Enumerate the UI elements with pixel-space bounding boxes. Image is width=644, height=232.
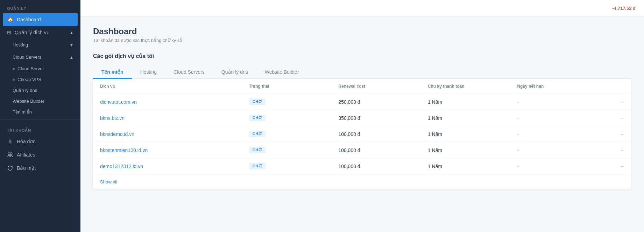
divider-1 — [0, 119, 80, 120]
cycle-1: 1 Năm — [428, 115, 517, 121]
status-badge-1: CHỜ — [249, 115, 339, 121]
sidebar-item-cheap-vps[interactable]: Cheap VPS — [0, 74, 80, 85]
home-icon: 🏠 — [7, 16, 13, 23]
svg-point-1 — [10, 153, 12, 155]
sidebar-item-affiliates[interactable]: Affiliates — [0, 148, 80, 161]
grid-icon: ⊞ — [7, 30, 11, 35]
sidebar-item-bao-mat[interactable]: Bảo mật — [0, 161, 80, 175]
service-table: Dịch vụ Trạng thái Renewal cost Chu kỳ t… — [93, 79, 631, 189]
cycle-4: 1 Năm — [428, 164, 517, 169]
table-header: Dịch vụ Trạng thái Renewal cost Chu kỳ t… — [93, 79, 631, 94]
service-name-1[interactable]: bkns.biz.vn — [100, 115, 249, 121]
expire-2: - — [517, 131, 607, 137]
sidebar-sub-label-cheap-vps: Cheap VPS — [17, 77, 41, 82]
sidebar-sub-cloud-servers: Cloud Server Cheap VPS — [0, 63, 80, 85]
sidebar-item-label: Dashboard — [17, 17, 41, 22]
tab-cloud-servers[interactable]: Cloud Servers — [165, 66, 213, 79]
sidebar-section-quan-ly: QUẢN LÝ — [0, 0, 80, 13]
sidebar: QUẢN LÝ 🏠 Dashboard ⊞ Quản lý dịch vụ ▲ … — [0, 0, 80, 232]
service-name-3[interactable]: bknstenmien100.id.vn — [100, 147, 249, 153]
expire-4: - — [517, 164, 607, 169]
show-all-link[interactable]: Show all — [93, 174, 631, 189]
svg-point-0 — [8, 153, 10, 155]
sidebar-subgroup-cloud-servers-label: Cloud Servers — [13, 55, 41, 60]
sidebar-section-tai-khoan: TÀI KHOẢN — [0, 122, 80, 135]
status-badge-2: CHỜ — [249, 131, 339, 137]
cycle-2: 1 Năm — [428, 131, 517, 137]
col-expire: Ngày hết hạn — [517, 84, 607, 89]
row-arrow-3[interactable]: → — [607, 147, 624, 153]
sidebar-item-dashboard[interactable]: 🏠 Dashboard — [3, 13, 78, 26]
col-renewal: Renewal cost — [338, 84, 428, 89]
table-row: dichvutot.com.vn CHỜ 250,000 đ 1 Năm - → — [93, 94, 631, 110]
affiliates-icon — [7, 152, 13, 158]
sidebar-item-hoa-don[interactable]: $ Hóa đơn — [0, 135, 80, 148]
table-row: bknsdemo.id.vn CHỜ 100,000 đ 1 Năm - → — [93, 126, 631, 142]
sidebar-item-website-builder[interactable]: Website Builder — [0, 96, 80, 107]
sidebar-group-quan-ly-dich-vu[interactable]: ⊞ Quản lý dịch vụ ▲ — [0, 26, 80, 39]
chevron-up-icon: ▲ — [70, 30, 73, 35]
row-arrow-4[interactable]: → — [607, 164, 624, 169]
shield-icon — [7, 165, 13, 171]
table-row: bkns.biz.vn CHỜ 350,000 đ 1 Năm - → — [93, 110, 631, 126]
sidebar-subgroup-hosting[interactable]: Hosting ▼ — [0, 39, 80, 51]
sidebar-subgroup-hosting-label: Hosting — [13, 42, 28, 48]
renewal-2: 100,000 đ — [338, 131, 428, 137]
chevron-down-icon: ▼ — [70, 43, 73, 47]
account-balance: -4,717,52 đ — [613, 6, 636, 11]
services-section-title: Các gói dịch vụ của tôi — [93, 53, 631, 59]
status-badge-3: CHỜ — [249, 147, 339, 153]
sidebar-label-bao-mat: Bảo mật — [17, 165, 36, 171]
service-name-2[interactable]: bknsdemo.id.vn — [100, 131, 249, 137]
row-arrow-0[interactable]: → — [607, 99, 624, 105]
chevron-up-icon-cloud: ▲ — [70, 55, 73, 59]
tab-quan-ly-dns[interactable]: Quản lý dns — [213, 66, 256, 79]
row-arrow-1[interactable]: → — [607, 115, 624, 121]
sidebar-item-quan-ly-dns[interactable]: Quản lý dns — [0, 85, 80, 96]
col-service: Dịch vụ — [100, 84, 249, 89]
page-subtitle: Tài khoản đã được xác thực bằng chữ ký s… — [93, 38, 631, 43]
cycle-0: 1 Năm — [428, 99, 517, 105]
status-badge-4: CHỜ — [249, 163, 339, 169]
sidebar-group-label: Quản lý dịch vụ — [15, 30, 50, 35]
table-row: bknstenmien100.id.vn CHỜ 100,000 đ 1 Năm… — [93, 142, 631, 158]
topbar: -4,717,52 đ — [80, 0, 644, 17]
dot-icon — [13, 68, 15, 70]
content-area: Dashboard Tài khoản đã được xác thực bằn… — [80, 17, 644, 232]
service-name-0[interactable]: dichvutot.com.vn — [100, 99, 249, 105]
sidebar-label-ten-mien: Tên miền — [13, 109, 32, 115]
renewal-3: 100,000 đ — [338, 147, 428, 153]
main-content: -4,717,52 đ Dashboard Tài khoản đã được … — [80, 0, 644, 232]
tab-website-builder[interactable]: Website Builder — [256, 66, 307, 79]
expire-1: - — [517, 115, 607, 121]
col-cycle: Chu kỳ thanh toán — [428, 84, 517, 89]
expire-0: - — [517, 99, 607, 105]
sidebar-label-website-builder: Website Builder — [13, 99, 44, 104]
col-status: Trạng thái — [249, 84, 339, 89]
renewal-4: 100,000 đ — [338, 164, 428, 169]
dollar-icon: $ — [7, 138, 13, 145]
service-name-4[interactable]: demo1312312.id.vn — [100, 164, 249, 169]
service-tabs: Tên miền Hosting Cloud Servers Quản lý d… — [93, 66, 631, 79]
expire-3: - — [517, 147, 607, 153]
dot-icon-2 — [13, 79, 15, 81]
sidebar-item-ten-mien[interactable]: Tên miền — [0, 107, 80, 117]
sidebar-label-affiliates: Affiliates — [17, 152, 35, 158]
sidebar-sub-label-cloud-server: Cloud Server — [17, 66, 44, 71]
row-arrow-2[interactable]: → — [607, 131, 624, 137]
page-title: Dashboard — [93, 27, 631, 36]
status-badge-0: CHỜ — [249, 99, 339, 105]
sidebar-subgroup-cloud-servers[interactable]: Cloud Servers ▲ — [0, 51, 80, 63]
tab-hosting[interactable]: Hosting — [132, 66, 165, 79]
cycle-3: 1 Năm — [428, 147, 517, 153]
table-row: demo1312312.id.vn CHỜ 100,000 đ 1 Năm - … — [93, 158, 631, 174]
tab-ten-mien[interactable]: Tên miền — [93, 66, 132, 79]
renewal-0: 250,000 đ — [338, 99, 428, 105]
renewal-1: 350,000 đ — [338, 115, 428, 121]
col-action — [607, 84, 624, 89]
sidebar-label-hoa-don: Hóa đơn — [17, 139, 36, 144]
sidebar-label-quan-ly-dns: Quản lý dns — [13, 88, 37, 93]
sidebar-item-cloud-server[interactable]: Cloud Server — [0, 63, 80, 74]
